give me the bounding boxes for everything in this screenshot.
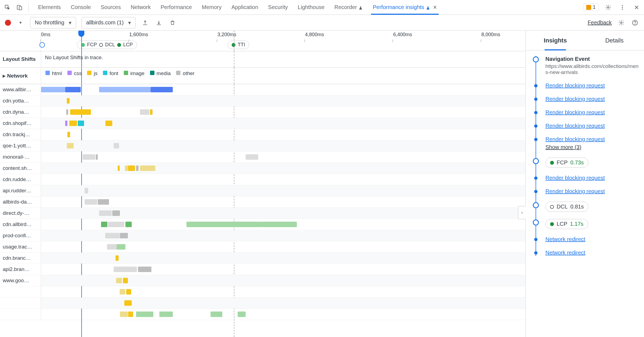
- request-bar[interactable]: [70, 109, 91, 115]
- tab-sources[interactable]: Sources: [101, 0, 121, 15]
- request-bar[interactable]: [66, 109, 68, 115]
- request-bar[interactable]: [123, 278, 128, 283]
- inspect-icon[interactable]: [3, 3, 12, 12]
- panel-gear-icon[interactable]: [617, 19, 625, 27]
- tab-performance-insights[interactable]: Performance insights✕: [373, 0, 437, 15]
- request-bar[interactable]: [238, 312, 245, 317]
- insights-tab-insights[interactable]: Insights: [526, 31, 585, 50]
- close-devtools-icon[interactable]: [632, 3, 641, 12]
- throttling-select[interactable]: No throttling ▾: [30, 17, 76, 28]
- tab-console[interactable]: Console: [71, 0, 91, 15]
- network-row[interactable]: cdn.allbird…: [0, 219, 525, 230]
- request-bar[interactable]: [78, 121, 84, 126]
- request-bar[interactable]: [85, 188, 88, 193]
- request-bar[interactable]: [128, 165, 135, 171]
- network-row[interactable]: cdn.shopif…: [0, 118, 525, 129]
- network-row[interactable]: cdn.rudde…: [0, 174, 525, 185]
- request-bar[interactable]: [67, 143, 74, 148]
- request-bar[interactable]: [138, 267, 152, 272]
- request-bar[interactable]: [69, 121, 77, 126]
- network-row[interactable]: usage.trac…: [0, 241, 525, 253]
- tab-memory[interactable]: Memory: [202, 0, 222, 15]
- request-bar[interactable]: [186, 222, 262, 227]
- metric-chip-lcp[interactable]: LCP1.17s: [545, 219, 588, 229]
- navigation-start-marker[interactable]: [39, 42, 45, 48]
- request-bar[interactable]: [116, 278, 122, 283]
- network-row[interactable]: [0, 309, 525, 320]
- request-bar[interactable]: [99, 210, 112, 216]
- request-bar[interactable]: [85, 199, 97, 205]
- insight-link[interactable]: Render blocking request: [545, 188, 605, 194]
- request-bar[interactable]: [114, 143, 119, 148]
- request-bar[interactable]: [150, 109, 153, 115]
- kebab-icon[interactable]: [618, 3, 627, 12]
- insight-link[interactable]: Render blocking request: [545, 82, 605, 88]
- insight-link[interactable]: Network redirect: [545, 236, 585, 242]
- tab-performance[interactable]: Performance: [161, 0, 192, 15]
- tab-network[interactable]: Network: [131, 0, 151, 15]
- network-row[interactable]: allbirds-da…: [0, 196, 525, 208]
- help-icon[interactable]: [631, 19, 639, 27]
- network-row[interactable]: prod-confi…: [0, 230, 525, 241]
- network-row[interactable]: www.goo…: [0, 275, 525, 286]
- request-bar[interactable]: [41, 87, 65, 92]
- gear-icon[interactable]: [603, 3, 613, 12]
- request-bar[interactable]: [83, 154, 95, 160]
- tab-security[interactable]: Security: [268, 0, 288, 15]
- request-bar[interactable]: [125, 222, 132, 227]
- request-bar[interactable]: [101, 222, 107, 227]
- network-row[interactable]: qoe-1.yott…: [0, 140, 525, 152]
- network-row[interactable]: [0, 286, 525, 298]
- network-row[interactable]: [0, 298, 525, 309]
- request-bar[interactable]: [124, 300, 132, 306]
- request-bar[interactable]: [120, 289, 125, 295]
- network-row[interactable]: cdn.yotta…: [0, 95, 525, 107]
- issues-badge[interactable]: 1: [583, 4, 599, 11]
- request-bar[interactable]: [65, 87, 81, 92]
- request-bar[interactable]: [96, 154, 98, 160]
- record-button[interactable]: [5, 20, 11, 26]
- export-icon[interactable]: [141, 19, 149, 27]
- request-bar[interactable]: [126, 289, 131, 295]
- tab-elements[interactable]: Elements: [38, 0, 61, 15]
- network-row[interactable]: content.sh…: [0, 163, 525, 174]
- record-menu-caret[interactable]: ▾: [16, 19, 25, 27]
- request-bar[interactable]: [67, 98, 70, 104]
- request-bar[interactable]: [246, 154, 258, 160]
- network-row[interactable]: monorail-…: [0, 152, 525, 163]
- recording-select[interactable]: allbirds.com (1) ▾: [82, 17, 136, 28]
- network-row[interactable]: cdn.trackj…: [0, 129, 525, 140]
- request-bar[interactable]: [128, 312, 133, 317]
- request-bar[interactable]: [108, 222, 124, 227]
- marker-tti[interactable]: TTI: [228, 41, 249, 49]
- tab-application[interactable]: Application: [231, 0, 258, 15]
- timeline-header[interactable]: FCPDCLLCPTTI 0ms1,600ms3,200ms4,800ms6,4…: [0, 31, 525, 51]
- request-bar[interactable]: [211, 312, 222, 317]
- network-row[interactable]: cdn.branc…: [0, 253, 525, 264]
- device-toggle-icon[interactable]: [15, 3, 24, 12]
- request-bar[interactable]: [120, 312, 128, 317]
- insights-tab-details[interactable]: Details: [585, 31, 644, 50]
- metric-chip-dcl[interactable]: DCL0.81s: [545, 202, 588, 212]
- show-more-link[interactable]: Show more (3): [545, 144, 581, 150]
- insight-link[interactable]: Render blocking request: [545, 123, 605, 129]
- collapse-panel-tab[interactable]: ›: [518, 206, 526, 219]
- insight-link[interactable]: Render blocking request: [545, 109, 605, 115]
- request-bar[interactable]: [105, 121, 112, 126]
- request-bar[interactable]: [136, 312, 154, 317]
- request-bar[interactable]: [105, 233, 120, 238]
- request-bar[interactable]: [117, 244, 125, 250]
- tab-lighthouse[interactable]: Lighthouse: [298, 0, 324, 15]
- network-row[interactable]: direct.dy-…: [0, 208, 525, 219]
- insight-link[interactable]: Render blocking request: [545, 175, 605, 181]
- marker-fcp-dcl-lcp[interactable]: FCPDCLLCP: [77, 41, 137, 49]
- insight-link[interactable]: Render blocking request: [545, 96, 605, 102]
- close-tab-icon[interactable]: ✕: [433, 4, 437, 10]
- request-bar[interactable]: [114, 267, 137, 272]
- feedback-link[interactable]: Feedback: [588, 19, 612, 26]
- metric-chip-fcp[interactable]: FCP0.73s: [545, 158, 588, 168]
- request-bar[interactable]: [65, 121, 67, 126]
- request-bar[interactable]: [116, 255, 119, 261]
- request-bar[interactable]: [98, 199, 109, 205]
- request-bar[interactable]: [118, 165, 120, 171]
